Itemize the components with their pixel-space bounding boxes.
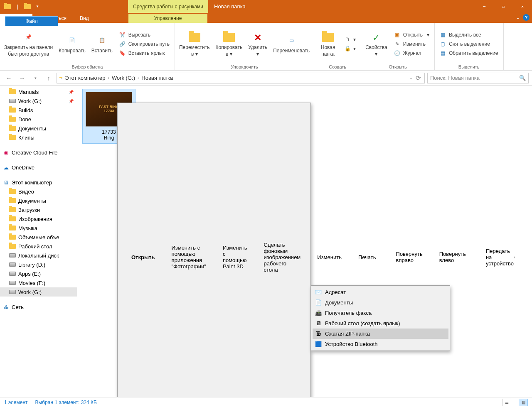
pin-to-quick-access-button[interactable]: 📌 Закрепить на панелибыстрого доступа: [2, 29, 54, 59]
ribbon-collapse-icon[interactable]: ⌃: [516, 17, 520, 23]
crumb-this-pc[interactable]: Этот компьютер: [64, 75, 106, 81]
menu-item[interactable]: Повернуть вправо: [384, 104, 427, 407]
status-item-count: 1 элемент: [4, 400, 28, 405]
submenu-item[interactable]: 🖥Рабочий стол (создать ярлык): [313, 318, 448, 329]
properties-button[interactable]: ✓Свойства▾: [364, 29, 389, 59]
qat-properties-icon[interactable]: [24, 3, 31, 10]
maximize-button[interactable]: ☐: [494, 0, 513, 13]
edit-button[interactable]: ✎Изменить: [392, 40, 432, 48]
new-item-button[interactable]: 🗋▾: [342, 35, 358, 44]
disk-icon: [9, 98, 16, 104]
tree-onedrive[interactable]: ☁OneDrive: [0, 163, 77, 172]
picture-tools-tab-header: Средства работы с рисунками: [128, 0, 208, 13]
tree-item[interactable]: Видео: [0, 187, 77, 196]
search-icon[interactable]: 🔍: [519, 75, 526, 81]
refresh-button[interactable]: ⟳: [414, 73, 422, 83]
menu-item[interactable]: Изменить с помощью приложения "Фотографи…: [159, 104, 210, 407]
menu-item[interactable]: Повернуть влево: [427, 104, 470, 407]
cut-button[interactable]: ✂️Вырезать: [117, 31, 172, 39]
search-box[interactable]: 🔍: [427, 73, 529, 83]
minimize-button[interactable]: ─: [475, 0, 494, 13]
up-button[interactable]: ↑: [43, 73, 54, 83]
tree-item[interactable]: Документы: [0, 124, 77, 133]
submenu-item[interactable]: 📄Документы: [313, 297, 448, 308]
tree-ccf[interactable]: ◉Creative Cloud File: [0, 148, 77, 157]
tree-item[interactable]: Локальный диск: [0, 251, 77, 260]
copy-to-button[interactable]: Копироватьв ▾: [214, 29, 244, 59]
tree-item[interactable]: Builds: [0, 105, 77, 115]
group-open-label: Открыть: [364, 64, 432, 70]
rename-button[interactable]: ▭Переименовать: [271, 32, 311, 56]
bt-icon: 🟦: [315, 341, 322, 348]
search-input[interactable]: [430, 75, 519, 81]
tree-network[interactable]: 🖧Сеть: [0, 302, 77, 311]
forward-button[interactable]: →: [17, 73, 27, 83]
submenu-item[interactable]: ✉️Адресат: [313, 287, 448, 297]
move-to-button[interactable]: Переместитьв ▾: [177, 29, 212, 59]
tree-item[interactable]: Done: [0, 115, 77, 124]
tree-item[interactable]: Manuals📌: [0, 87, 77, 96]
open-button[interactable]: ▣Открыть▾: [392, 31, 432, 39]
fax-icon: 📠: [315, 310, 322, 316]
paste-icon: 📋: [95, 34, 108, 47]
crumb-folder[interactable]: Новая папка: [140, 75, 174, 81]
menu-item[interactable]: Открыть: [119, 104, 159, 407]
history-button[interactable]: 🕘Журнал: [392, 49, 432, 57]
tree-item[interactable]: Library (D:): [0, 260, 77, 269]
tree-item[interactable]: Объемные объе: [0, 233, 77, 242]
menu-item[interactable]: Передать на устройство›: [473, 104, 520, 407]
tree-item[interactable]: Work (G:): [0, 287, 77, 297]
tree-item[interactable]: Клипы: [0, 133, 77, 142]
submenu-item[interactable]: 🟦Устройство Bluetooth: [313, 339, 448, 349]
tree-item[interactable]: Movies (F:): [0, 278, 77, 287]
copy-path-button[interactable]: 🔗Скопировать путь: [117, 40, 172, 48]
address-dropdown-icon[interactable]: ⌄: [409, 76, 413, 80]
menu-item[interactable]: 7-Zip›: [520, 104, 532, 407]
tab-file[interactable]: Файл: [5, 16, 58, 26]
tree-item[interactable]: Рабочий стол: [0, 242, 77, 251]
tree-item[interactable]: Загрузки: [0, 205, 77, 214]
tree-item[interactable]: Work (G:)📌: [0, 96, 77, 105]
easy-access-button[interactable]: 🔓▾: [342, 44, 358, 53]
qat-dropdown-icon[interactable]: ▼: [34, 3, 41, 10]
chevron-icon[interactable]: ›: [61, 76, 62, 80]
new-folder-button[interactable]: Новаяпапка: [317, 29, 339, 59]
tree-item[interactable]: Apps (E:): [0, 269, 77, 278]
menu-item[interactable]: Изменить: [305, 104, 346, 407]
paste-shortcut-button[interactable]: 🔖Вставить ярлык: [117, 49, 172, 57]
cc-icon: ◉: [2, 149, 9, 156]
close-button[interactable]: ✕: [513, 0, 532, 13]
copy-to-icon: [222, 31, 236, 44]
back-button[interactable]: ←: [3, 73, 14, 83]
menu-item[interactable]: Печать: [346, 104, 380, 407]
submenu-item[interactable]: 🗜Сжатая ZIP-папка: [313, 329, 448, 339]
breadcrumb[interactable]: › Этот компьютер › Work (G:) › Новая пап…: [57, 73, 425, 83]
paste-button[interactable]: 📋 Вставить: [90, 32, 114, 56]
details-view-button[interactable]: ☰: [502, 399, 511, 406]
crumb-drive[interactable]: Work (G:): [111, 75, 136, 81]
tab-manage[interactable]: Управление: [128, 14, 207, 23]
group-select-label: Выделить: [437, 64, 501, 70]
tree-item[interactable]: Документы: [0, 196, 77, 205]
tree-item[interactable]: Музыка: [0, 223, 77, 233]
tree-this-pc[interactable]: 🖥Этот компьютер: [0, 178, 77, 187]
nav-tree[interactable]: Manuals📌Work (G:)📌BuildsDoneДокументыКли…: [0, 86, 77, 395]
select-none-button[interactable]: ▢Снять выделение: [437, 40, 501, 48]
tree-item[interactable]: Изображения: [0, 214, 77, 223]
menu-item[interactable]: Изменить с помощью Paint 3D: [210, 104, 251, 407]
help-icon[interactable]: ?: [523, 14, 530, 21]
copy-button[interactable]: 📄 Копировать: [57, 32, 87, 56]
submenu-item[interactable]: 📠Получатель факса: [313, 308, 448, 318]
tab-view[interactable]: Вид: [73, 14, 96, 23]
menu-item[interactable]: Сделать фоновым изображением рабочего ст…: [251, 104, 305, 407]
chevron-icon[interactable]: ›: [138, 76, 139, 80]
folder-icon: [9, 88, 16, 95]
chevron-icon[interactable]: ›: [108, 76, 109, 80]
recent-dropdown[interactable]: ▾: [30, 73, 41, 83]
invert-icon: ▤: [440, 50, 446, 56]
delete-button[interactable]: ✕Удалить▾: [246, 29, 269, 59]
select-all-button[interactable]: ▦Выделить все: [437, 31, 501, 39]
thumbnails-view-button[interactable]: ▦: [519, 399, 528, 406]
new-folder-icon: [321, 31, 335, 44]
invert-selection-button[interactable]: ▤Обратить выделение: [437, 49, 501, 57]
